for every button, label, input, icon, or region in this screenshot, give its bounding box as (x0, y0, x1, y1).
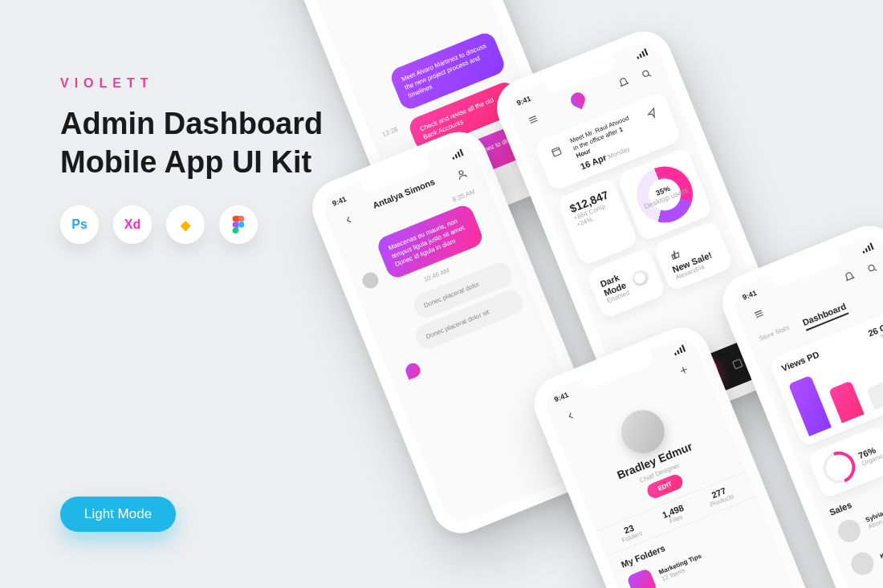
add-icon[interactable] (673, 359, 696, 382)
calendar-time: 12:28 (369, 121, 399, 143)
bell-icon[interactable] (838, 266, 861, 289)
menu-icon[interactable] (747, 302, 771, 326)
svg-point-1 (458, 170, 463, 175)
typing-icon (404, 361, 422, 379)
svg-point-0 (238, 221, 244, 227)
avatar-icon (848, 549, 877, 578)
svg-rect-6 (733, 359, 743, 369)
ring-chart (818, 447, 860, 489)
calendar-icon (545, 140, 568, 164)
adobe-xd-icon: Xd (113, 205, 152, 244)
menu-icon[interactable] (522, 108, 545, 132)
logo-icon (568, 91, 588, 110)
share-icon[interactable] (641, 102, 664, 125)
bell-icon[interactable] (612, 71, 636, 95)
sketch-icon: ◆ (166, 205, 205, 244)
donut-chart: 35%Desktop users (628, 158, 701, 231)
figma-icon (219, 205, 258, 244)
back-icon[interactable] (337, 209, 360, 232)
folder-icon (626, 568, 657, 588)
back-icon[interactable] (560, 404, 583, 428)
avatar-icon (835, 517, 864, 545)
search-icon[interactable] (861, 257, 883, 280)
light-mode-badge: Light Mode (60, 497, 176, 532)
list-item-title: Kazaar (879, 545, 883, 560)
svg-point-9 (868, 265, 875, 272)
search-icon[interactable] (635, 63, 658, 86)
svg-point-2 (642, 70, 649, 77)
views-title: Views PD (780, 350, 820, 374)
user-icon[interactable] (450, 163, 474, 186)
photoshop-icon: Ps (60, 205, 99, 244)
reminder-day: Monday (607, 145, 631, 160)
